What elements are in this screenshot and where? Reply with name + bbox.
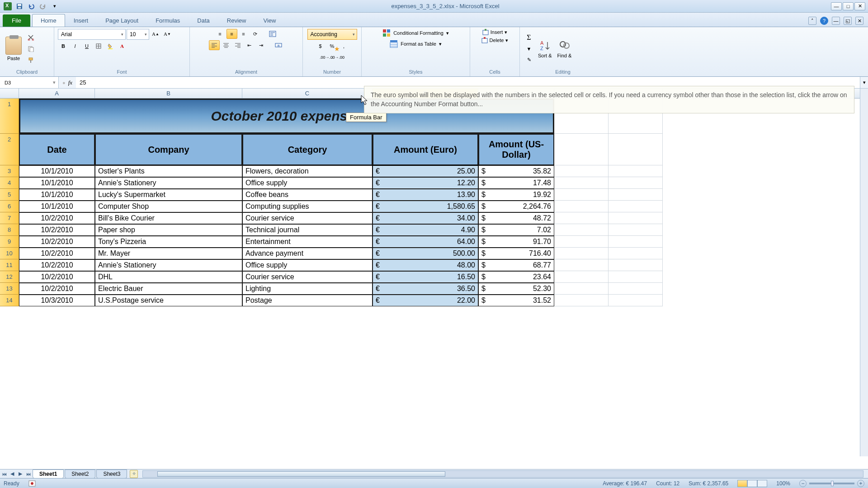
underline-button[interactable]: U <box>81 41 92 51</box>
ribbon-restore-icon[interactable]: ◱ <box>844 17 852 25</box>
col-header[interactable]: B <box>95 89 242 98</box>
cut-button[interactable] <box>25 33 36 42</box>
file-tab[interactable]: File <box>3 14 30 27</box>
cell-category[interactable]: Computing supplies <box>242 201 373 212</box>
zoom-in-button[interactable]: + <box>857 480 864 487</box>
autosum-button[interactable]: Σ <box>524 33 534 42</box>
cell-amount-eur[interactable]: €1,580.65 <box>373 201 478 212</box>
cell-date[interactable]: 10/1/2010 <box>19 189 95 201</box>
cell-company[interactable]: Lucky's Supermarket <box>95 189 242 201</box>
page-break-view-button[interactable] <box>757 480 767 487</box>
cell-amount-eur[interactable]: €22.00 <box>373 295 478 306</box>
horizontal-scrollbar[interactable] <box>142 470 863 478</box>
cell-amount-usd[interactable]: $31.52 <box>478 295 554 306</box>
merge-center-button[interactable]: a <box>273 40 284 50</box>
cell-company[interactable]: DHL <box>95 271 242 283</box>
cell-amount-usd[interactable]: $7.02 <box>478 224 554 236</box>
cell-amount-eur[interactable]: €500.00 <box>373 248 478 259</box>
header-cell[interactable]: Category <box>242 134 373 165</box>
decrease-font-button[interactable]: A▼ <box>162 29 173 39</box>
tab-formulas[interactable]: Formulas <box>147 14 189 27</box>
increase-font-button[interactable]: A▲ <box>150 29 161 39</box>
cell-category[interactable]: Courier service <box>242 212 373 224</box>
macro-record-icon[interactable] <box>28 480 36 487</box>
tab-view[interactable]: View <box>255 14 284 27</box>
cell-company[interactable]: Annie's Stationery <box>95 177 242 189</box>
comma-format-button[interactable]: , <box>339 41 349 51</box>
cell-amount-eur[interactable]: €4.90 <box>373 224 478 236</box>
excel-icon[interactable] <box>3 2 13 11</box>
cell-amount-usd[interactable]: $19.92 <box>478 189 554 201</box>
tab-review[interactable]: Review <box>218 14 255 27</box>
normal-view-button[interactable] <box>737 480 747 487</box>
increase-indent-button[interactable]: ⇥ <box>256 40 267 50</box>
insert-cells-button[interactable]: Insert ▾ <box>482 29 508 35</box>
new-sheet-button[interactable]: ✧ <box>130 470 138 478</box>
cell-amount-usd[interactable]: $2,264.76 <box>478 201 554 212</box>
zoom-slider[interactable] <box>809 483 854 484</box>
cell-date[interactable]: 10/1/2010 <box>19 165 95 177</box>
cell-category[interactable]: Postage <box>242 295 373 306</box>
cell-company[interactable]: Tony's Pizzeria <box>95 236 242 248</box>
cell-company[interactable]: Computer Shop <box>95 201 242 212</box>
align-bottom-button[interactable]: ≡ <box>238 29 249 39</box>
decrease-indent-button[interactable]: ⇤ <box>244 40 255 50</box>
cell-date[interactable]: 10/2/2010 <box>19 224 95 236</box>
cell-amount-usd[interactable]: $52.30 <box>478 283 554 295</box>
orientation-button[interactable]: ⟳ <box>250 29 261 39</box>
cell-amount-eur[interactable]: €34.00 <box>373 212 478 224</box>
cell-amount-usd[interactable]: $716.40 <box>478 248 554 259</box>
fill-color-button[interactable] <box>105 41 116 51</box>
close-button[interactable]: ✕ <box>854 2 865 10</box>
italic-button[interactable]: I <box>70 41 80 51</box>
prev-sheet-button[interactable]: ◀ <box>8 470 16 478</box>
conditional-formatting-button[interactable]: Conditional Formatting ▾ <box>382 29 449 37</box>
cell-category[interactable]: Courier service <box>242 271 373 283</box>
cell-category[interactable]: Entertainment <box>242 236 373 248</box>
cell-amount-eur[interactable]: €64.00 <box>373 236 478 248</box>
select-all-corner[interactable] <box>0 89 19 98</box>
align-right-button[interactable] <box>232 40 243 50</box>
accounting-format-button[interactable]: $ <box>315 41 326 51</box>
align-left-button[interactable] <box>209 40 220 50</box>
tab-data[interactable]: Data <box>189 14 218 27</box>
zoom-level[interactable]: 100% <box>776 480 790 487</box>
header-cell[interactable]: Amount (Euro) <box>373 134 478 165</box>
tab-home[interactable]: Home <box>32 14 65 27</box>
vertical-scrollbar[interactable] <box>860 89 868 456</box>
cell-company[interactable]: Electric Bauer <box>95 283 242 295</box>
font-color-button[interactable]: A <box>117 41 127 51</box>
page-layout-view-button[interactable] <box>747 480 757 487</box>
border-button[interactable] <box>93 41 104 51</box>
cell-category[interactable]: Flowers, decoration <box>242 165 373 177</box>
save-button[interactable] <box>14 2 24 11</box>
header-cell[interactable]: Company <box>95 134 242 165</box>
col-header[interactable]: C <box>242 89 373 98</box>
cell-amount-usd[interactable]: $17.48 <box>478 177 554 189</box>
fx-icon[interactable]: fx <box>68 79 72 86</box>
font-size-select[interactable]: 10 <box>127 29 149 40</box>
next-sheet-button[interactable]: ▶ <box>16 470 24 478</box>
header-cell[interactable]: Date <box>19 134 95 165</box>
wrap-text-button[interactable] <box>267 29 278 39</box>
cell-date[interactable]: 10/2/2010 <box>19 236 95 248</box>
cell-date[interactable]: 10/2/2010 <box>19 212 95 224</box>
paste-button[interactable]: Paste <box>4 36 24 62</box>
cell-category[interactable]: Technical journal <box>242 224 373 236</box>
delete-cells-button[interactable]: Delete ▾ <box>481 37 509 43</box>
fill-button[interactable]: ▼ <box>524 44 534 54</box>
cell-date[interactable]: 10/2/2010 <box>19 259 95 271</box>
sort-filter-button[interactable]: AZ Sort & <box>536 38 554 59</box>
find-select-button[interactable]: Find & <box>556 38 574 59</box>
cell-amount-usd[interactable]: $91.70 <box>478 236 554 248</box>
redo-button[interactable] <box>38 2 48 11</box>
copy-button[interactable] <box>25 44 36 54</box>
tab-insert[interactable]: Insert <box>65 14 97 27</box>
cell-company[interactable]: Bill's Bike Courier <box>95 212 242 224</box>
bold-button[interactable]: B <box>58 41 69 51</box>
number-format-select[interactable]: Accounting <box>307 29 357 40</box>
cell-amount-eur[interactable]: €25.00 <box>373 165 478 177</box>
sheet-tab[interactable]: Sheet2 <box>65 469 95 479</box>
cell-amount-eur[interactable]: €13.90 <box>373 189 478 201</box>
ribbon-close-icon[interactable]: ✕ <box>855 17 863 25</box>
